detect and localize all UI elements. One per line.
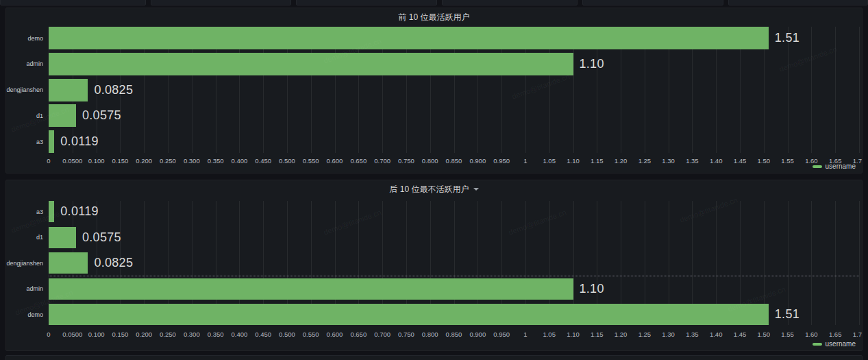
bar-value-label: 0.0575	[82, 230, 121, 245]
x-axis-tick-label: 1.40	[710, 157, 723, 165]
x-axis-tick-label: 0.0500	[62, 331, 82, 338]
legend[interactable]: username	[813, 163, 856, 170]
cropped-panel-fragment	[728, 0, 868, 5]
bar-row: demo1.51	[49, 304, 859, 325]
bar-value-label: 0.0119	[60, 204, 99, 219]
x-axis-tick-label: 0.100	[88, 331, 105, 338]
x-axis-tick-label: 1.45	[734, 331, 747, 338]
x-axis-tick-label: 1.10	[567, 157, 580, 165]
bar-rows: a30.0119d10.0575dengjianshen0.0825admin1…	[49, 201, 859, 325]
panel-top-active-users: 前 10 位最活跃用户 demo1.51admin1.10dengjianshe…	[5, 8, 863, 173]
x-axis-tick-label: 0.250	[160, 157, 176, 165]
x-axis-tick-label: 0.550	[303, 331, 319, 338]
x-axis-tick-label: 0.950	[493, 157, 510, 165]
bar-row: dengjianshen0.0825	[49, 252, 859, 274]
bar-row: admin1.10	[49, 53, 859, 75]
x-axis-tick-label: 1.65	[829, 331, 842, 338]
x-axis-tick-label: 0.800	[422, 331, 438, 338]
x-axis-tick-label: 0.0500	[62, 157, 82, 165]
x-axis-tick-label: 1.70	[853, 331, 863, 338]
bar-row: admin1.10	[49, 278, 859, 300]
x-axis-tick-label: 0.100	[88, 157, 105, 165]
x-axis-tick-label: 1.10	[567, 331, 580, 338]
x-axis-tick-label: 0.900	[469, 331, 486, 338]
cropped-panel-fragment	[5, 355, 863, 360]
bar[interactable]	[49, 278, 573, 300]
bar-chart-top-active-users: demo1.51admin1.10dengjianshen0.0825d10.0…	[6, 8, 862, 173]
x-axis-tick-label: 0.350	[208, 331, 224, 338]
bar[interactable]	[49, 201, 54, 222]
legend-label: username	[826, 163, 856, 170]
bar[interactable]	[49, 130, 54, 153]
x-axis-tick-label: 0.450	[255, 157, 271, 165]
x-axis-tick-label: 1.50	[758, 331, 771, 338]
x-axis-tick-label: 0.350	[208, 157, 224, 165]
gridline	[859, 27, 860, 153]
x-axis-tick-label: 0.700	[374, 331, 390, 338]
cropped-panel-fragment	[151, 0, 291, 5]
x-axis-tick-label: 0.400	[232, 157, 248, 165]
x-axis-tick-label: 0.150	[112, 157, 129, 165]
x-axis-tick-label: 0.200	[136, 331, 152, 338]
bar-value-label: 1.51	[775, 307, 799, 322]
y-axis-label: a3	[36, 139, 43, 145]
bar[interactable]	[49, 104, 76, 127]
x-axis-tick-label: 1.30	[662, 331, 675, 338]
x-axis-tick-label: 1.35	[686, 157, 699, 165]
bar-value-label: 0.0575	[82, 108, 121, 123]
cropped-panel-fragment	[0, 0, 146, 5]
bar[interactable]	[49, 27, 769, 49]
x-axis-tick-label: 0.600	[327, 331, 343, 338]
x-axis-tick-label: 0.750	[398, 157, 414, 165]
x-axis-tick-label: 1	[523, 331, 527, 338]
bar-rows: demo1.51admin1.10dengjianshen0.0825d10.0…	[49, 27, 859, 153]
x-axis: 00.05000.1000.1500.2000.2500.3000.3500.4…	[49, 331, 859, 339]
bar[interactable]	[49, 227, 76, 248]
x-axis-tick-label: 1.15	[591, 157, 604, 165]
bar[interactable]	[49, 53, 573, 75]
x-axis-tick-label: 0.550	[303, 157, 319, 165]
x-axis-tick-label: 0.200	[136, 157, 152, 165]
bar-value-label: 0.0825	[94, 83, 133, 97]
x-axis-tick-label: 0	[47, 157, 50, 165]
x-axis-tick-label: 0.650	[350, 331, 367, 338]
bar-value-label: 1.10	[580, 282, 604, 296]
x-axis-tick-label: 0.800	[422, 157, 438, 165]
x-axis: 00.05000.1000.1500.2000.2500.3000.3500.4…	[49, 157, 859, 165]
bar[interactable]	[49, 252, 88, 274]
x-axis-tick-label: 1	[523, 157, 527, 165]
cropped-panel-fragment	[582, 0, 723, 5]
x-axis-tick-label: 1.20	[615, 331, 628, 338]
x-axis-tick-label: 0.250	[160, 331, 176, 338]
x-axis-tick-label: 1.30	[662, 157, 675, 165]
x-axis-tick-label: 0.400	[232, 331, 248, 338]
bar-row: a30.0119	[49, 201, 859, 222]
x-axis-tick-label: 1.05	[543, 331, 556, 338]
x-axis-tick-label: 0.600	[327, 157, 343, 165]
y-axis-label: dengjianshen	[6, 86, 43, 93]
y-axis-label: d1	[36, 112, 43, 119]
x-axis-tick-label: 1.25	[638, 157, 652, 165]
cropped-panel-fragment	[442, 0, 578, 5]
bar[interactable]	[49, 304, 769, 325]
legend-series-color-icon	[813, 343, 822, 346]
x-axis-tick-label: 0.850	[446, 157, 462, 165]
bar-row: demo1.51	[49, 27, 859, 49]
y-axis-label: dengjianshen	[6, 260, 43, 267]
x-axis-tick-label: 0.500	[279, 157, 295, 165]
x-axis-tick-label: 1.60	[805, 331, 818, 338]
x-axis-tick-label: 1.20	[615, 157, 628, 165]
bar-value-label: 0.0119	[60, 134, 99, 149]
y-axis-label: demo	[27, 35, 43, 42]
bar-row: d10.0575	[49, 227, 859, 248]
y-axis-label: a3	[36, 208, 43, 215]
y-axis-label: d1	[36, 234, 43, 241]
x-axis-tick-label: 1.25	[638, 331, 652, 338]
legend[interactable]: username	[813, 340, 856, 348]
x-axis-tick-label: 1.05	[543, 157, 556, 165]
bar[interactable]	[49, 79, 88, 101]
x-axis-tick-label: 0.850	[446, 331, 462, 338]
bar-value-label: 1.10	[580, 57, 604, 71]
bar-value-label: 1.51	[775, 31, 799, 45]
gridline	[859, 201, 860, 325]
